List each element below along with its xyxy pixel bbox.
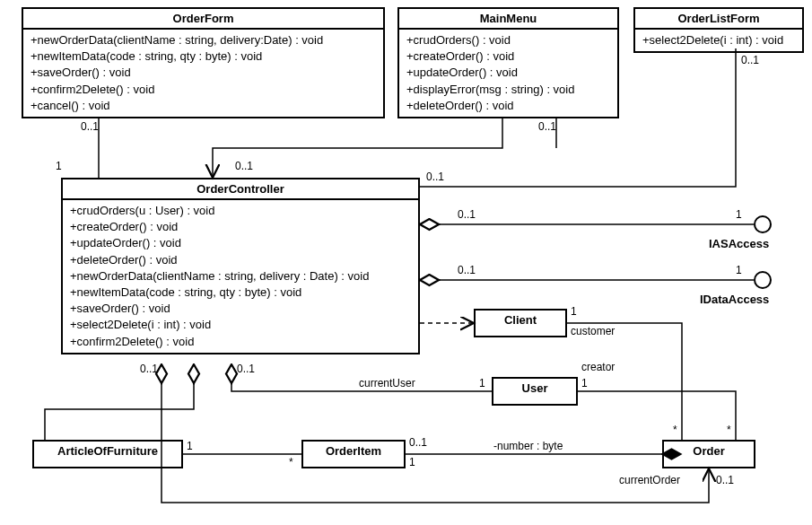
role-creator: creator — [581, 361, 615, 373]
op: +createOrder() : void — [70, 219, 411, 235]
class-name: OrderListForm — [635, 9, 802, 30]
mult: 0..1 — [235, 160, 253, 172]
role-currentorder: currentOrder — [619, 474, 680, 486]
class-name: User — [493, 379, 576, 398]
class-orderform: OrderForm +newOrderData(clientName : str… — [22, 7, 385, 118]
class-body: +select2Delete(i : int) : void — [635, 30, 802, 51]
interface-iasaccess-circle — [754, 215, 772, 233]
class-name: Client — [476, 311, 565, 329]
class-user: User — [492, 377, 578, 406]
class-name: OrderItem — [303, 442, 404, 460]
mult: 0..1 — [81, 120, 99, 133]
op: +updateOrder() : void — [406, 65, 610, 81]
op: +newItemData(code : string, qty : byte) … — [70, 284, 411, 301]
mult: 1 — [56, 160, 62, 172]
mult: 1 — [571, 305, 577, 318]
role-currentuser: currentUser — [359, 377, 415, 389]
class-client: Client — [474, 309, 567, 337]
op: +deleteOrder() : void — [70, 252, 411, 268]
mult: 1 — [736, 264, 742, 276]
role-number: -number : byte — [493, 440, 563, 452]
class-body: +newOrderData(clientName : string, deliv… — [23, 30, 383, 117]
mult: 1 — [187, 440, 193, 452]
op: +newItemData(code : string, qty : byte) … — [31, 48, 376, 65]
op: +crudOrders() : void — [406, 32, 610, 48]
class-order: Order — [662, 440, 755, 468]
mult: 0..1 — [458, 208, 476, 221]
mult: * — [727, 424, 731, 436]
class-articleoffurniture: ArticleOfFurniture — [32, 440, 183, 468]
mult: 1 — [736, 208, 742, 221]
op: +saveOrder() : void — [31, 65, 376, 81]
mult: * — [673, 424, 677, 436]
class-name: ArticleOfFurniture — [34, 442, 181, 460]
mult: 0..1 — [741, 54, 759, 66]
op: +createOrder() : void — [406, 48, 610, 65]
mult: 1 — [409, 456, 415, 468]
class-body: +crudOrders() : void +createOrder() : vo… — [399, 30, 617, 117]
interface-iasaccess-label: IASAccess — [709, 237, 769, 250]
class-orderitem: OrderItem — [301, 440, 406, 468]
op: +newOrderData(clientName : string, deliv… — [31, 32, 376, 48]
class-ordercontroller: OrderController +crudOrders(u : User) : … — [61, 178, 420, 354]
op: +confirm2Delete() : void — [31, 82, 376, 98]
op: +select2Delete(i : int) : void — [642, 32, 795, 48]
mult: 0..1 — [237, 363, 255, 375]
class-name: OrderController — [63, 179, 418, 200]
op: +deleteOrder() : void — [406, 98, 610, 114]
interface-idataaccess-label: IDataAccess — [700, 293, 769, 306]
op: +confirm2Delete() : void — [70, 334, 411, 350]
op: +crudOrders(u : User) : void — [70, 203, 411, 219]
class-name: Order — [664, 442, 754, 460]
class-orderlistform: OrderListForm +select2Delete(i : int) : … — [633, 7, 804, 53]
class-name: MainMenu — [399, 9, 617, 30]
mult: 1 — [479, 377, 485, 389]
class-body: +crudOrders(u : User) : void +createOrde… — [63, 200, 418, 353]
op: +select2Delete(i : int) : void — [70, 317, 411, 333]
class-name: OrderForm — [23, 9, 383, 30]
mult: 0..1 — [716, 474, 734, 486]
mult: * — [289, 456, 293, 468]
mult: 0..1 — [458, 264, 476, 276]
op: +updateOrder() : void — [70, 235, 411, 251]
mult: 0..1 — [426, 171, 444, 183]
op: +saveOrder() : void — [70, 301, 411, 317]
mult: 0..1 — [409, 436, 427, 449]
op: +displayError(msg : string) : void — [406, 82, 610, 98]
interface-idataaccess-circle — [754, 271, 772, 289]
mult: 1 — [581, 377, 588, 389]
mult: 0..1 — [538, 120, 556, 133]
mult: 0..1 — [140, 363, 158, 375]
op: +cancel() : void — [31, 98, 376, 114]
role-customer: customer — [571, 325, 615, 337]
op: +newOrderData(clientName : string, deliv… — [70, 268, 411, 284]
class-mainmenu: MainMenu +crudOrders() : void +createOrd… — [397, 7, 619, 118]
